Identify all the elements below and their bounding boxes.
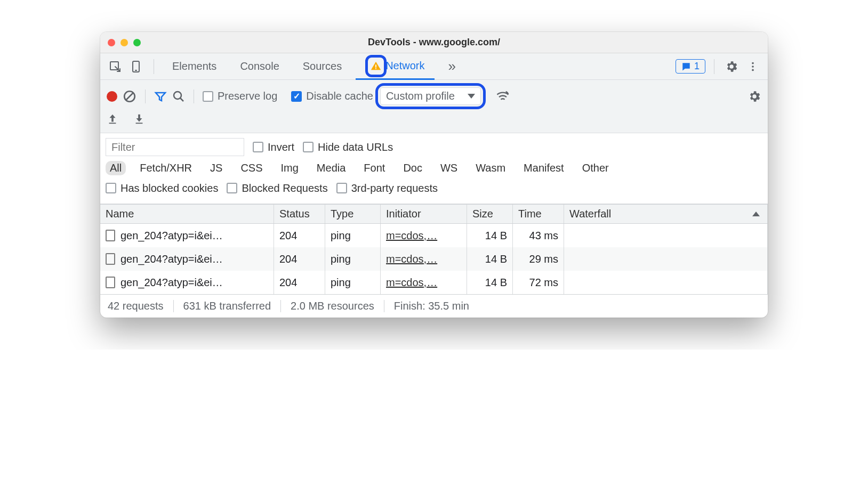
status-finish: Finish: 35.5 min	[384, 300, 479, 312]
request-type: ping	[325, 224, 381, 247]
request-status: 204	[274, 271, 325, 294]
svg-rect-3	[375, 64, 376, 68]
issues-counter[interactable]: 1	[676, 59, 705, 74]
preserve-log-checkbox[interactable]: Preserve log	[203, 90, 277, 102]
request-name: gen_204?atyp=i&ei…	[120, 277, 223, 289]
checkbox-icon	[336, 183, 347, 193]
filter-input[interactable]	[106, 138, 244, 156]
file-icon	[106, 230, 115, 241]
type-filter-fetchxhr[interactable]: Fetch/XHR	[135, 161, 196, 175]
tabs-overflow[interactable]: »	[439, 53, 465, 80]
network-settings-icon[interactable]	[748, 90, 761, 103]
filter-icon[interactable]	[154, 90, 167, 103]
type-filter-ws[interactable]: WS	[436, 161, 462, 175]
col-name[interactable]: Name	[100, 205, 274, 223]
type-filter-wasm[interactable]: Wasm	[471, 161, 510, 175]
titlebar: DevTools - www.google.com/	[100, 32, 768, 53]
network-conditions-icon[interactable]	[495, 89, 510, 104]
sort-asc-icon	[752, 212, 760, 216]
separator	[145, 90, 146, 103]
request-name: gen_204?atyp=i&ei…	[120, 230, 223, 242]
window-title: DevTools - www.google.com/	[100, 37, 768, 48]
hide-data-urls-checkbox[interactable]: Hide data URLs	[303, 141, 393, 153]
download-har-icon[interactable]	[133, 113, 145, 125]
svg-point-10	[174, 92, 181, 99]
type-filter-doc[interactable]: Doc	[399, 161, 427, 175]
record-button[interactable]	[107, 91, 117, 102]
status-requests: 42 requests	[108, 300, 174, 312]
disable-cache-checkbox[interactable]: Disable cache	[291, 90, 373, 102]
third-party-label: 3rd-party requests	[351, 182, 438, 194]
type-filter-manifest[interactable]: Manifest	[519, 161, 568, 175]
network-toolbar: Preserve log Disable cache Custom profil…	[100, 80, 768, 133]
tab-elements[interactable]: Elements	[163, 53, 226, 80]
request-size: 14 B	[467, 224, 513, 247]
checkbox-icon	[291, 91, 302, 102]
tab-sources[interactable]: Sources	[293, 53, 351, 80]
svg-rect-15	[109, 123, 116, 124]
resource-type-filters: AllFetch/XHRJSCSSImgMediaFontDocWSWasmMa…	[102, 158, 761, 178]
blocked-requests-checkbox[interactable]: Blocked Requests	[227, 182, 327, 194]
invert-checkbox[interactable]: Invert	[253, 141, 294, 153]
warning-icon	[370, 60, 382, 72]
throttle-select[interactable]: Custom profile	[380, 87, 481, 105]
svg-point-7	[752, 69, 754, 71]
search-icon[interactable]	[172, 90, 185, 103]
more-menu-icon[interactable]	[744, 58, 761, 75]
request-status: 204	[274, 247, 325, 271]
col-status[interactable]: Status	[274, 205, 325, 223]
col-type[interactable]: Type	[325, 205, 381, 223]
table-row[interactable]: gen_204?atyp=i&ei…204pingm=cdos,…14 B29 …	[100, 247, 768, 271]
minimize-window-button[interactable]	[120, 39, 128, 46]
request-name: gen_204?atyp=i&ei…	[120, 253, 223, 265]
separator	[154, 59, 154, 74]
request-initiator[interactable]: m=cdos,…	[386, 253, 437, 265]
third-party-checkbox[interactable]: 3rd-party requests	[336, 182, 438, 194]
settings-icon[interactable]	[723, 58, 740, 75]
device-toolbar-icon[interactable]	[128, 58, 145, 75]
col-initiator[interactable]: Initiator	[381, 205, 467, 223]
table-row[interactable]: gen_204?atyp=i&ei…204pingm=cdos,…14 B72 …	[100, 271, 768, 294]
requests-table-body: gen_204?atyp=i&ei…204pingm=cdos,…14 B43 …	[100, 224, 768, 294]
upload-har-icon[interactable]	[107, 113, 118, 125]
col-time[interactable]: Time	[513, 205, 564, 223]
preserve-log-label: Preserve log	[218, 90, 277, 102]
svg-point-6	[752, 66, 754, 68]
blocked-requests-label: Blocked Requests	[242, 182, 327, 194]
type-filter-img[interactable]: Img	[277, 161, 303, 175]
request-time: 29 ms	[513, 247, 564, 271]
file-icon	[106, 253, 115, 265]
request-initiator[interactable]: m=cdos,…	[386, 230, 437, 242]
zoom-window-button[interactable]	[133, 39, 141, 46]
request-type: ping	[325, 247, 381, 271]
type-filter-css[interactable]: CSS	[236, 161, 267, 175]
col-size[interactable]: Size	[467, 205, 513, 223]
request-status: 204	[274, 224, 325, 247]
issues-count: 1	[694, 61, 700, 72]
col-waterfall[interactable]: Waterfall	[564, 205, 768, 223]
type-filter-font[interactable]: Font	[359, 161, 389, 175]
tab-console[interactable]: Console	[230, 53, 288, 80]
type-filter-other[interactable]: Other	[578, 161, 613, 175]
throttle-highlight: Custom profile	[375, 83, 486, 109]
status-transferred: 631 kB transferred	[174, 300, 282, 312]
type-filter-all[interactable]: All	[106, 161, 126, 175]
type-filter-media[interactable]: Media	[312, 161, 350, 175]
blocked-cookies-checkbox[interactable]: Has blocked cookies	[106, 182, 218, 194]
request-size: 14 B	[467, 247, 513, 271]
checkbox-icon	[227, 183, 237, 193]
inspect-element-icon[interactable]	[107, 58, 124, 75]
col-waterfall-label: Waterfall	[569, 208, 611, 220]
table-row[interactable]: gen_204?atyp=i&ei…204pingm=cdos,…14 B43 …	[100, 224, 768, 247]
status-resources: 2.0 MB resources	[281, 300, 384, 312]
request-time: 72 ms	[513, 271, 564, 294]
svg-rect-4	[375, 68, 376, 69]
separator	[714, 59, 714, 74]
clear-icon[interactable]	[123, 90, 136, 103]
request-initiator[interactable]: m=cdos,…	[386, 277, 437, 289]
requests-table-header: Name Status Type Initiator Size Time Wat…	[100, 204, 768, 224]
devtools-window: DevTools - www.google.com/ Elements Cons…	[100, 32, 768, 318]
type-filter-js[interactable]: JS	[206, 161, 227, 175]
close-window-button[interactable]	[108, 39, 115, 46]
tab-network[interactable]: Network	[356, 53, 434, 80]
